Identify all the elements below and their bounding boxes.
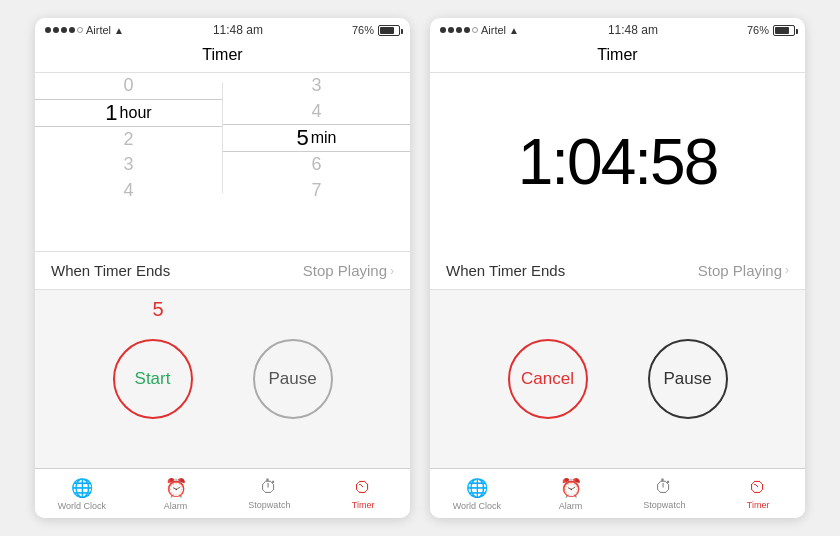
tab-stopwatch-2[interactable]: ⏱ Stopwatch <box>618 469 712 518</box>
wifi-icon-1: ▲ <box>114 25 124 36</box>
timer-icon-2: ⏲ <box>749 477 767 498</box>
chevron-icon-1: › <box>390 264 394 278</box>
time-2: 11:48 am <box>608 23 658 37</box>
hour-0: 0 <box>35 73 222 99</box>
min-6: 6 <box>223 152 410 178</box>
tab-alarm-1[interactable]: ⏰ Alarm <box>129 469 223 518</box>
tab-timer-1[interactable]: ⏲ Timer <box>316 469 410 518</box>
tab-bar-1: 🌐 World Clock ⏰ Alarm ⏱ Stopwatch ⏲ Time… <box>35 468 410 518</box>
tab-label-stopwatch-1: Stopwatch <box>248 500 290 510</box>
tab-world-clock-2[interactable]: 🌐 World Clock <box>430 469 524 518</box>
hour-4: 4 <box>35 178 222 204</box>
count-badge: 5 <box>153 298 164 321</box>
tab-label-alarm-2: Alarm <box>559 501 583 511</box>
tab-timer-2[interactable]: ⏲ Timer <box>711 469 805 518</box>
min-3: 3 <box>223 73 410 99</box>
timer-digits: 1:04:58 <box>518 125 718 199</box>
timer-ends-row-1[interactable]: When Timer Ends Stop Playing › <box>35 252 410 290</box>
min-5: 5 min <box>223 124 410 152</box>
timer-icon-1: ⏲ <box>354 477 372 498</box>
hour-2: 2 <box>35 127 222 153</box>
timer-display: 1:04:58 <box>430 73 805 252</box>
world-clock-icon-2: 🌐 <box>466 477 488 499</box>
min-7: 7 <box>223 178 410 204</box>
alarm-icon-1: ⏰ <box>165 477 187 499</box>
hour-3: 3 <box>35 152 222 178</box>
phone-2: Airtel ▲ 11:48 am 76% Timer 1:04:58 When… <box>430 18 805 518</box>
battery-pct-1: 76% <box>352 24 374 36</box>
alarm-icon-2: ⏰ <box>560 477 582 499</box>
stopwatch-icon-2: ⏱ <box>655 477 673 498</box>
tab-alarm-2[interactable]: ⏰ Alarm <box>524 469 618 518</box>
battery-icon-1 <box>378 25 400 36</box>
hour-1: 1 hour <box>35 99 222 127</box>
status-bar-1: Airtel ▲ 11:48 am 76% <box>35 18 410 40</box>
chevron-icon-2: › <box>785 263 789 277</box>
min-4: 4 <box>223 99 410 125</box>
wifi-icon-2: ▲ <box>509 25 519 36</box>
phone-1: Airtel ▲ 11:48 am 76% Timer 0 1 hour 2 3 <box>35 18 410 518</box>
battery-pct-2: 76% <box>747 24 769 36</box>
carrier-1: Airtel <box>86 24 111 36</box>
tab-label-timer-2: Timer <box>747 500 770 510</box>
timer-ends-value-1: Stop Playing › <box>303 262 394 279</box>
carrier-2: Airtel <box>481 24 506 36</box>
picker-section-1[interactable]: 0 1 hour 2 3 4 3 4 5 min 6 7 <box>35 73 410 252</box>
buttons-area-2: Cancel Pause <box>430 290 805 469</box>
timer-ends-label-2: When Timer Ends <box>446 262 565 279</box>
tab-label-world-clock-2: World Clock <box>453 501 501 511</box>
stopwatch-icon-1: ⏱ <box>260 477 278 498</box>
pause-button-2[interactable]: Pause <box>648 339 728 419</box>
timer-ends-label-1: When Timer Ends <box>51 262 170 279</box>
nav-title-2: Timer <box>430 40 805 73</box>
timer-ends-row-2[interactable]: When Timer Ends Stop Playing › <box>430 252 805 290</box>
cancel-button[interactable]: Cancel <box>508 339 588 419</box>
world-clock-icon-1: 🌐 <box>71 477 93 499</box>
pause-button-1[interactable]: Pause <box>253 339 333 419</box>
timer-ends-value-2: Stop Playing › <box>698 262 789 279</box>
status-bar-2: Airtel ▲ 11:48 am 76% <box>430 18 805 40</box>
time-1: 11:48 am <box>213 23 263 37</box>
tab-label-timer-1: Timer <box>352 500 375 510</box>
tab-world-clock-1[interactable]: 🌐 World Clock <box>35 469 129 518</box>
tab-bar-2: 🌐 World Clock ⏰ Alarm ⏱ Stopwatch ⏲ Time… <box>430 468 805 518</box>
tab-label-world-clock-1: World Clock <box>58 501 106 511</box>
tab-label-stopwatch-2: Stopwatch <box>643 500 685 510</box>
hour-picker[interactable]: 0 1 hour 2 3 4 <box>35 73 222 203</box>
battery-icon-2 <box>773 25 795 36</box>
buttons-area-1: 5 Start Pause <box>35 290 410 468</box>
nav-title-1: Timer <box>35 40 410 73</box>
min-picker[interactable]: 3 4 5 min 6 7 <box>223 73 410 203</box>
start-button[interactable]: Start <box>113 339 193 419</box>
tab-stopwatch-1[interactable]: ⏱ Stopwatch <box>223 469 317 518</box>
tab-label-alarm-1: Alarm <box>164 501 188 511</box>
